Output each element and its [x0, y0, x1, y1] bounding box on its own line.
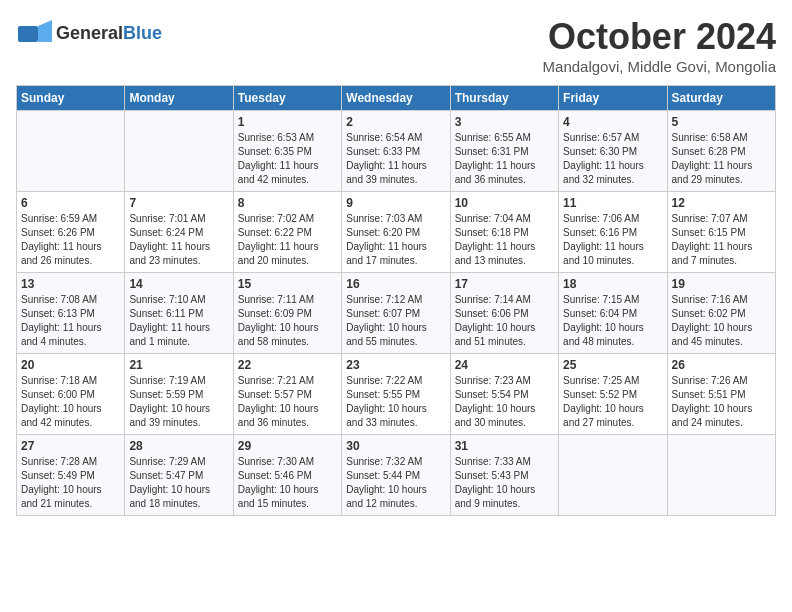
- cell-info: Sunrise: 7:07 AM Sunset: 6:15 PM Dayligh…: [672, 212, 771, 268]
- calendar-cell: 29Sunrise: 7:30 AM Sunset: 5:46 PM Dayli…: [233, 435, 341, 516]
- calendar-cell: [125, 111, 233, 192]
- day-number: 28: [129, 439, 228, 453]
- day-number: 13: [21, 277, 120, 291]
- day-number: 17: [455, 277, 554, 291]
- calendar-cell: 9Sunrise: 7:03 AM Sunset: 6:20 PM Daylig…: [342, 192, 450, 273]
- calendar-week-row: 6Sunrise: 6:59 AM Sunset: 6:26 PM Daylig…: [17, 192, 776, 273]
- cell-info: Sunrise: 6:53 AM Sunset: 6:35 PM Dayligh…: [238, 131, 337, 187]
- day-number: 18: [563, 277, 662, 291]
- calendar-cell: 22Sunrise: 7:21 AM Sunset: 5:57 PM Dayli…: [233, 354, 341, 435]
- cell-info: Sunrise: 7:15 AM Sunset: 6:04 PM Dayligh…: [563, 293, 662, 349]
- day-number: 5: [672, 115, 771, 129]
- cell-info: Sunrise: 7:16 AM Sunset: 6:02 PM Dayligh…: [672, 293, 771, 349]
- calendar-week-row: 20Sunrise: 7:18 AM Sunset: 6:00 PM Dayli…: [17, 354, 776, 435]
- calendar-cell: [17, 111, 125, 192]
- day-number: 6: [21, 196, 120, 210]
- cell-info: Sunrise: 7:19 AM Sunset: 5:59 PM Dayligh…: [129, 374, 228, 430]
- cell-info: Sunrise: 7:02 AM Sunset: 6:22 PM Dayligh…: [238, 212, 337, 268]
- day-header: Saturday: [667, 86, 775, 111]
- day-number: 1: [238, 115, 337, 129]
- day-header: Monday: [125, 86, 233, 111]
- calendar-cell: 2Sunrise: 6:54 AM Sunset: 6:33 PM Daylig…: [342, 111, 450, 192]
- cell-info: Sunrise: 6:57 AM Sunset: 6:30 PM Dayligh…: [563, 131, 662, 187]
- calendar-cell: 6Sunrise: 6:59 AM Sunset: 6:26 PM Daylig…: [17, 192, 125, 273]
- calendar-cell: [559, 435, 667, 516]
- logo-general: General: [56, 23, 123, 43]
- calendar-cell: 25Sunrise: 7:25 AM Sunset: 5:52 PM Dayli…: [559, 354, 667, 435]
- logo: GeneralBlue: [16, 16, 162, 52]
- cell-info: Sunrise: 7:26 AM Sunset: 5:51 PM Dayligh…: [672, 374, 771, 430]
- cell-info: Sunrise: 7:10 AM Sunset: 6:11 PM Dayligh…: [129, 293, 228, 349]
- cell-info: Sunrise: 7:04 AM Sunset: 6:18 PM Dayligh…: [455, 212, 554, 268]
- calendar-cell: 21Sunrise: 7:19 AM Sunset: 5:59 PM Dayli…: [125, 354, 233, 435]
- cell-info: Sunrise: 7:28 AM Sunset: 5:49 PM Dayligh…: [21, 455, 120, 511]
- calendar-cell: 23Sunrise: 7:22 AM Sunset: 5:55 PM Dayli…: [342, 354, 450, 435]
- calendar-cell: 10Sunrise: 7:04 AM Sunset: 6:18 PM Dayli…: [450, 192, 558, 273]
- day-number: 25: [563, 358, 662, 372]
- day-number: 23: [346, 358, 445, 372]
- cell-info: Sunrise: 7:32 AM Sunset: 5:44 PM Dayligh…: [346, 455, 445, 511]
- day-number: 30: [346, 439, 445, 453]
- day-number: 9: [346, 196, 445, 210]
- cell-info: Sunrise: 7:29 AM Sunset: 5:47 PM Dayligh…: [129, 455, 228, 511]
- calendar-cell: 7Sunrise: 7:01 AM Sunset: 6:24 PM Daylig…: [125, 192, 233, 273]
- day-header: Thursday: [450, 86, 558, 111]
- cell-info: Sunrise: 7:08 AM Sunset: 6:13 PM Dayligh…: [21, 293, 120, 349]
- svg-rect-0: [18, 26, 38, 42]
- calendar-cell: 17Sunrise: 7:14 AM Sunset: 6:06 PM Dayli…: [450, 273, 558, 354]
- cell-info: Sunrise: 7:18 AM Sunset: 6:00 PM Dayligh…: [21, 374, 120, 430]
- calendar-cell: 31Sunrise: 7:33 AM Sunset: 5:43 PM Dayli…: [450, 435, 558, 516]
- calendar-cell: 18Sunrise: 7:15 AM Sunset: 6:04 PM Dayli…: [559, 273, 667, 354]
- calendar-cell: 30Sunrise: 7:32 AM Sunset: 5:44 PM Dayli…: [342, 435, 450, 516]
- day-number: 20: [21, 358, 120, 372]
- cell-info: Sunrise: 7:23 AM Sunset: 5:54 PM Dayligh…: [455, 374, 554, 430]
- day-number: 7: [129, 196, 228, 210]
- day-number: 21: [129, 358, 228, 372]
- calendar-cell: 26Sunrise: 7:26 AM Sunset: 5:51 PM Dayli…: [667, 354, 775, 435]
- calendar-cell: 20Sunrise: 7:18 AM Sunset: 6:00 PM Dayli…: [17, 354, 125, 435]
- calendar-cell: 1Sunrise: 6:53 AM Sunset: 6:35 PM Daylig…: [233, 111, 341, 192]
- calendar-cell: 4Sunrise: 6:57 AM Sunset: 6:30 PM Daylig…: [559, 111, 667, 192]
- cell-info: Sunrise: 7:11 AM Sunset: 6:09 PM Dayligh…: [238, 293, 337, 349]
- day-number: 22: [238, 358, 337, 372]
- calendar-cell: 13Sunrise: 7:08 AM Sunset: 6:13 PM Dayli…: [17, 273, 125, 354]
- calendar-cell: 16Sunrise: 7:12 AM Sunset: 6:07 PM Dayli…: [342, 273, 450, 354]
- logo-icon: [16, 16, 52, 52]
- cell-info: Sunrise: 7:33 AM Sunset: 5:43 PM Dayligh…: [455, 455, 554, 511]
- cell-info: Sunrise: 7:21 AM Sunset: 5:57 PM Dayligh…: [238, 374, 337, 430]
- day-number: 19: [672, 277, 771, 291]
- day-header: Friday: [559, 86, 667, 111]
- day-number: 2: [346, 115, 445, 129]
- cell-info: Sunrise: 7:03 AM Sunset: 6:20 PM Dayligh…: [346, 212, 445, 268]
- cell-info: Sunrise: 7:25 AM Sunset: 5:52 PM Dayligh…: [563, 374, 662, 430]
- day-number: 29: [238, 439, 337, 453]
- calendar-cell: 19Sunrise: 7:16 AM Sunset: 6:02 PM Dayli…: [667, 273, 775, 354]
- day-number: 26: [672, 358, 771, 372]
- calendar-cell: 15Sunrise: 7:11 AM Sunset: 6:09 PM Dayli…: [233, 273, 341, 354]
- calendar-cell: [667, 435, 775, 516]
- calendar-cell: 5Sunrise: 6:58 AM Sunset: 6:28 PM Daylig…: [667, 111, 775, 192]
- day-number: 14: [129, 277, 228, 291]
- svg-marker-1: [38, 20, 52, 42]
- logo-blue: Blue: [123, 23, 162, 43]
- day-number: 4: [563, 115, 662, 129]
- day-header: Wednesday: [342, 86, 450, 111]
- day-number: 8: [238, 196, 337, 210]
- calendar-week-row: 13Sunrise: 7:08 AM Sunset: 6:13 PM Dayli…: [17, 273, 776, 354]
- calendar-cell: 12Sunrise: 7:07 AM Sunset: 6:15 PM Dayli…: [667, 192, 775, 273]
- day-number: 16: [346, 277, 445, 291]
- cell-info: Sunrise: 6:54 AM Sunset: 6:33 PM Dayligh…: [346, 131, 445, 187]
- calendar-header-row: SundayMondayTuesdayWednesdayThursdayFrid…: [17, 86, 776, 111]
- location: Mandalgovi, Middle Govi, Mongolia: [543, 58, 776, 75]
- calendar-cell: 14Sunrise: 7:10 AM Sunset: 6:11 PM Dayli…: [125, 273, 233, 354]
- title-block: October 2024 Mandalgovi, Middle Govi, Mo…: [543, 16, 776, 75]
- calendar-table: SundayMondayTuesdayWednesdayThursdayFrid…: [16, 85, 776, 516]
- cell-info: Sunrise: 7:30 AM Sunset: 5:46 PM Dayligh…: [238, 455, 337, 511]
- day-number: 27: [21, 439, 120, 453]
- calendar-cell: 24Sunrise: 7:23 AM Sunset: 5:54 PM Dayli…: [450, 354, 558, 435]
- cell-info: Sunrise: 7:14 AM Sunset: 6:06 PM Dayligh…: [455, 293, 554, 349]
- day-number: 3: [455, 115, 554, 129]
- cell-info: Sunrise: 6:59 AM Sunset: 6:26 PM Dayligh…: [21, 212, 120, 268]
- calendar-week-row: 27Sunrise: 7:28 AM Sunset: 5:49 PM Dayli…: [17, 435, 776, 516]
- cell-info: Sunrise: 7:01 AM Sunset: 6:24 PM Dayligh…: [129, 212, 228, 268]
